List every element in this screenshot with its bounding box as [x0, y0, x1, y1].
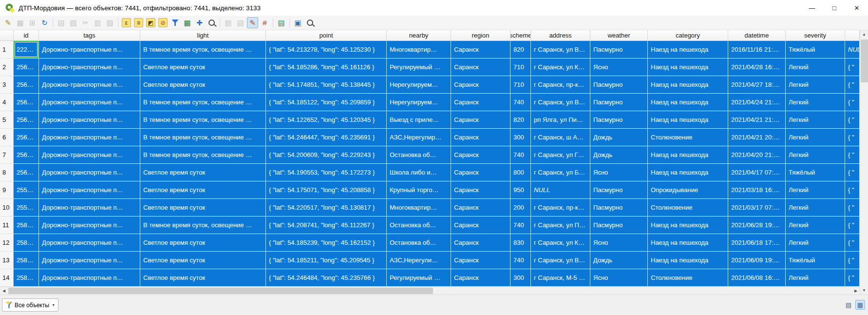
column-header-severity[interactable]: severity [786, 30, 845, 40]
cell-address[interactable]: г Саранск, ул В… [531, 94, 590, 111]
pan-to-selection-icon[interactable]: ✚ [194, 17, 205, 28]
cell-nearby[interactable]: Многоквартир… [387, 199, 451, 217]
cell-point[interactable]: { "lat": 54.175071, "long": 45.208858 } [266, 181, 387, 199]
cell-category[interactable]: Наезд на пешехода [648, 41, 728, 59]
cell-address[interactable]: рп Ялга, ул Пи… [531, 111, 590, 129]
cell-scheme[interactable]: 740 [510, 94, 531, 111]
cell-scheme[interactable]: 800 [510, 164, 531, 181]
cell-severity[interactable]: Легкий [786, 269, 845, 287]
cell-scheme[interactable]: 740 [510, 217, 531, 234]
cell-tags[interactable]: Дорожно-транспортные п… [39, 76, 140, 94]
cell-weather[interactable]: Дождь [590, 146, 648, 164]
cell-category[interactable]: Наезд на пешехода [648, 59, 728, 76]
cell-region[interactable]: Саранск [451, 181, 510, 199]
multi-edit-calc-icon[interactable]: # [259, 17, 270, 28]
cell-nearby[interactable]: Нерегулируем… [387, 94, 451, 111]
cell-address[interactable]: г Саранск, ул В… [531, 252, 590, 269]
cell-tags[interactable]: Дорожно-транспортные п… [39, 164, 140, 181]
cell-scheme[interactable]: 820 [510, 41, 531, 59]
cell-weather[interactable]: Пасмурно [590, 181, 648, 199]
cell-id[interactable]: 258… [14, 269, 39, 287]
cell-extra[interactable]: { " [845, 94, 860, 111]
cell-address[interactable]: г Саранск, ул К… [531, 234, 590, 252]
cell-scheme[interactable]: 300 [510, 269, 531, 287]
cell-extra[interactable]: { " [845, 217, 860, 234]
cell-light[interactable]: Светлое время суток [140, 199, 266, 217]
cell-nearby[interactable]: Выезд с приле… [387, 111, 451, 129]
cell-weather[interactable]: Дождь [590, 252, 648, 269]
cell-address[interactable]: г Саранск, ул В… [531, 41, 590, 59]
row-number[interactable]: 14 [0, 269, 14, 287]
cell-severity[interactable]: Тяжёлый [786, 41, 845, 59]
cell-datetime[interactable]: 2021/04/20 21:… [728, 146, 786, 164]
cell-nearby[interactable]: АЗС,Нерегули… [387, 252, 451, 269]
cell-light[interactable]: В темное время суток, освещение … [140, 146, 266, 164]
cell-region[interactable]: Саранск [451, 41, 510, 59]
cell-nearby[interactable]: Регулируемый … [387, 59, 451, 76]
cell-datetime[interactable]: 2021/03/18 16:… [728, 181, 786, 199]
cell-point[interactable]: { "lat": 54.220517, "long": 45.130817 } [266, 199, 387, 217]
cell-datetime[interactable]: 2021/04/28 16:… [728, 59, 786, 76]
dock-table-icon[interactable]: ▣ [292, 17, 303, 28]
cell-address[interactable]: г Саранск, М-5 … [531, 269, 590, 287]
cell-scheme[interactable]: 710 [510, 59, 531, 76]
cell-nearby[interactable]: Крупный торго… [387, 181, 451, 199]
cell-category[interactable]: Столкновение [648, 129, 728, 146]
row-number[interactable]: 2 [0, 59, 14, 76]
row-number[interactable]: 9 [0, 181, 14, 199]
cell-point[interactable]: { "lat": 54.246447, "long": 45.235691 } [266, 129, 387, 146]
move-selection-top-icon[interactable]: ▦ [182, 17, 193, 28]
reload-icon[interactable]: ↻ [39, 17, 50, 28]
cell-point[interactable]: { "lat": 54.185239, "long": 45.162152 } [266, 234, 387, 252]
cell-light[interactable]: В темное время суток, освещение … [140, 217, 266, 234]
cell-datetime[interactable]: 2021/06/08 16:… [728, 269, 786, 287]
cell-severity[interactable]: Легкий [786, 181, 845, 199]
cell-severity[interactable]: Легкий [786, 146, 845, 164]
cell-nearby[interactable]: АЗС,Нерегулир… [387, 129, 451, 146]
cell-scheme[interactable]: 300 [510, 129, 531, 146]
cell-light[interactable]: Светлое время суток [140, 164, 266, 181]
cell-tags[interactable]: Дорожно-транспортные п… [39, 146, 140, 164]
row-number[interactable]: 11 [0, 217, 14, 234]
row-number[interactable]: 6 [0, 129, 14, 146]
cell-weather[interactable]: Пасмурно [590, 94, 648, 111]
cell-tags[interactable]: Дорожно-транспортные п… [39, 199, 140, 217]
cell-nearby[interactable]: Многоквартир… [387, 41, 451, 59]
row-number[interactable]: 3 [0, 76, 14, 94]
cell-id[interactable]: 258… [14, 217, 39, 234]
cell-weather[interactable]: Пасмурно [590, 41, 648, 59]
cell-light[interactable]: В темное время суток, освещение … [140, 111, 266, 129]
cell-scheme[interactable]: 950 [510, 181, 531, 199]
cell-light[interactable]: В темное время суток, освещение … [140, 94, 266, 111]
cell-region[interactable]: Саранск [451, 111, 510, 129]
cell-region[interactable]: Саранск [451, 146, 510, 164]
cell-severity[interactable]: Легкий [786, 111, 845, 129]
cell-address[interactable]: г Саранск, ш А… [531, 129, 590, 146]
cell-region[interactable]: Саранск [451, 217, 510, 234]
cell-region[interactable]: Саранск [451, 269, 510, 287]
cell-category[interactable]: Наезд на пешехода [648, 234, 728, 252]
column-header-tags[interactable]: tags [39, 30, 140, 40]
cell-tags[interactable]: Дорожно-транспортные п… [39, 59, 140, 76]
cell-datetime[interactable]: 2021/04/21 21:… [728, 111, 786, 129]
row-number[interactable]: 7 [0, 146, 14, 164]
cell-category[interactable]: Наезд на пешехода [648, 164, 728, 181]
toggle-editing-icon[interactable]: ✎ [2, 17, 14, 28]
cell-region[interactable]: Саранск [451, 129, 510, 146]
cell-datetime[interactable]: 2021/06/09 19:… [728, 252, 786, 269]
cell-tags[interactable]: Дорожно-транспортные п… [39, 111, 140, 129]
minimize-button[interactable]: — [801, 0, 823, 16]
cell-id[interactable]: 256… [14, 76, 39, 94]
cell-region[interactable]: Саранск [451, 76, 510, 94]
cell-id[interactable]: 256… [14, 59, 39, 76]
row-number[interactable]: 8 [0, 164, 14, 181]
cell-id[interactable]: 256… [14, 129, 39, 146]
scroll-up-icon[interactable]: ▲ [860, 30, 868, 39]
cell-category[interactable]: Столкновение [648, 199, 728, 217]
cell-point[interactable]: { "lat": 54.174851, "long": 45.138445 } [266, 76, 387, 94]
cell-id[interactable]: 256… [14, 146, 39, 164]
cell-light[interactable]: Светлое время суток [140, 269, 266, 287]
cell-address[interactable]: г Саранск, ул Г… [531, 146, 590, 164]
cell-point[interactable]: { "lat": 54.246484, "long": 45.235766 } [266, 269, 387, 287]
cell-address[interactable]: NULL [531, 181, 590, 199]
